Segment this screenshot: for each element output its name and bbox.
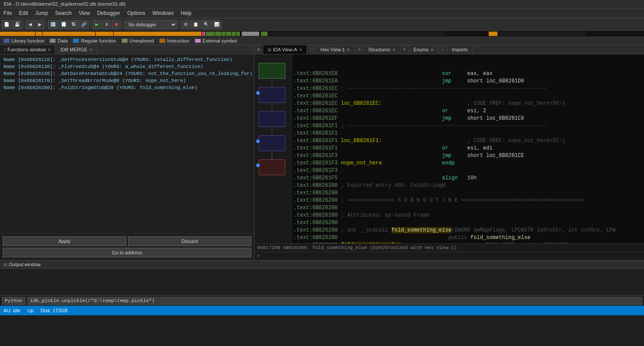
sync-bar: 00017200 6B826200: fold_something_else (… [254,243,644,252]
legend-instruction: Instruction [159,38,190,43]
tab-idb-merge[interactable]: IDB MERGE ✕ [56,45,97,54]
tab-enums[interactable]: Enums ✕ [409,45,439,54]
output-tab-bar: ⊞ Output window [0,260,644,269]
status-input-row: Python [0,295,644,306]
bottom-area: ⊞ Output window [0,260,644,295]
func-item-2[interactable]: Name [0x6b826150]: _GetDateFormatWStub@2… [2,70,252,77]
svg-point-9 [256,91,260,95]
tab-hex-view[interactable]: Hex View-1 ✕ [316,45,355,54]
legend-unexplored: Unexplored [122,38,154,43]
indicator-bar [0,31,644,37]
menu-help[interactable]: Help [177,9,195,17]
tb-more1[interactable]: ⚙ [181,20,190,29]
cursor-line: < [254,252,644,260]
menu-search[interactable]: Search [51,9,75,17]
structures-label: Structures [368,47,390,52]
graph-sidebar [254,54,292,243]
legend-instruction-label: Instruction [167,38,190,43]
panel-buttons: Apply Discard Go to address [0,234,254,260]
debugger-select[interactable]: No debugger [125,20,177,29]
tb-more3[interactable]: 🔍 [201,20,211,29]
tb-xref[interactable]: 🔗 [79,20,89,29]
tb-stop[interactable]: ⏹ [112,20,121,29]
tab-ida-view-a[interactable]: ⊞ IDA View-A ✕ [263,45,307,54]
au-state: AU: idle [4,308,21,313]
function-list: Name [0x6b826110]: _GetProcessVersionStu… [0,54,254,234]
svg-rect-0 [259,63,285,78]
legend-external: External symbol [195,38,237,43]
legend-data: Data [50,38,68,43]
view-tab-icon[interactable]: ⊞ [254,45,263,54]
output-window-label: Output window [9,262,41,267]
tb-hex[interactable]: 🔢 [48,20,58,29]
structures-close[interactable]: ✕ [392,47,396,52]
tb-more2[interactable]: 📋 [191,20,200,29]
func-item-1[interactable]: Name [0x6b826130]: _FlsFreeStub@4 (YOURS… [2,63,252,70]
idb-merge-close[interactable]: ✕ [89,47,93,52]
menu-jump[interactable]: Jump [32,9,51,17]
imports-label: Imports [452,47,468,52]
tb-more4[interactable]: 📊 [212,20,222,29]
enums-close[interactable]: ✕ [430,47,434,52]
tb-run[interactable]: ▶ [93,20,101,29]
func-item-4[interactable]: Name [0x6b826200]: _FoldStringWStub@20 (… [2,84,252,91]
hex-view-label: Hex View-1 [320,47,345,52]
menu-options[interactable]: Options [124,9,149,17]
svg-point-11 [256,164,260,167]
legend-data-label: Data [57,38,68,43]
legend-external-color [195,39,201,43]
panel-tabs: 𝑓 Functions window ✕ IDB MERGE ✕ [0,45,254,54]
code-area[interactable]: .text:6B8261E8 xor eax, eax .text:6B8261… [292,54,644,243]
menu-debugger[interactable]: Debugger [93,9,124,17]
legend-external-label: External symbol [203,38,237,43]
toolbar: 📄 💾 ◀ ▶ 🔢 📃 🏗 🔗 ▶ ⏸ ⏹ No debugger ⚙ 📋 🔍 … [0,18,644,31]
go-to-address-button[interactable]: Go to address [3,248,251,257]
left-panel: 𝑓 Functions window ✕ IDB MERGE ✕ Name [0… [0,45,254,260]
svg-rect-1 [259,87,285,103]
legend-library-color [4,39,10,43]
enums-label: Enums [414,47,429,52]
hex-view-close[interactable]: ✕ [347,47,350,52]
title-bar: IDA - D:\dev\dlls\kernel32_dup\kernel32.… [0,0,644,8]
func-item-3[interactable]: Name [0x6b826170]: _SetThreadErrorMode@8… [2,77,252,84]
disk-info: Disk: 173GB [41,308,68,313]
menu-edit[interactable]: Edit [15,9,32,17]
command-input[interactable] [27,297,642,305]
legend-regular-label: Regular function [81,38,116,43]
cursor-text: < [257,253,260,259]
tb-disasm[interactable]: 📃 [59,20,68,29]
menu-view[interactable]: View [75,9,93,17]
menu-windows[interactable]: Windows [149,9,177,17]
title-text: IDA - D:\dev\dlls\kernel32_dup\kernel32.… [4,1,125,7]
tb-sep2 [46,21,47,29]
svg-rect-2 [259,111,285,127]
func-item-0[interactable]: Name [0x6b826110]: _GetProcessVersionStu… [2,56,252,63]
tb-sep4 [122,21,123,29]
tb-new[interactable]: 📄 [2,20,11,29]
legend-unexplored-label: Unexplored [129,38,154,43]
tab-structures[interactable]: Structures ✕ [364,45,400,54]
tab-functions-window[interactable]: 𝑓 Functions window ✕ [0,45,56,54]
output-content [0,269,644,295]
legend-library: Library function [4,38,44,43]
discard-button[interactable]: Discard [128,236,252,246]
tb-sep5 [179,21,179,29]
right-panel: ⊞ ⊞ IDA View-A ✕ □ Hex View-1 ✕ A Struct… [254,45,644,260]
menu-file[interactable]: File [0,9,15,17]
view-tabs: ⊞ ⊞ IDA View-A ✕ □ Hex View-1 ✕ A Struct… [254,45,644,54]
tb-back[interactable]: ◀ [26,20,35,29]
import-tab-icon: ↓ [439,45,447,54]
tb-fwd[interactable]: ▶ [36,20,44,29]
tab-imports[interactable]: Imports [447,45,473,54]
tb-pause[interactable]: ⏸ [102,20,111,29]
apply-button[interactable]: Apply [3,236,126,246]
legend-regular: Regular function [73,38,116,43]
tb-struct[interactable]: 🏗 [69,20,78,29]
enum-tab-icon: ≡ [401,45,409,54]
functions-window-close[interactable]: ✕ [47,47,51,52]
ida-view-a-label: IDA View-A [273,47,297,52]
menu-bar: File Edit Jump Search View Debugger Opti… [0,8,644,18]
tb-save[interactable]: 💾 [12,20,22,29]
tb-sep1 [24,21,24,29]
ida-view-a-close[interactable]: ✕ [299,47,302,52]
